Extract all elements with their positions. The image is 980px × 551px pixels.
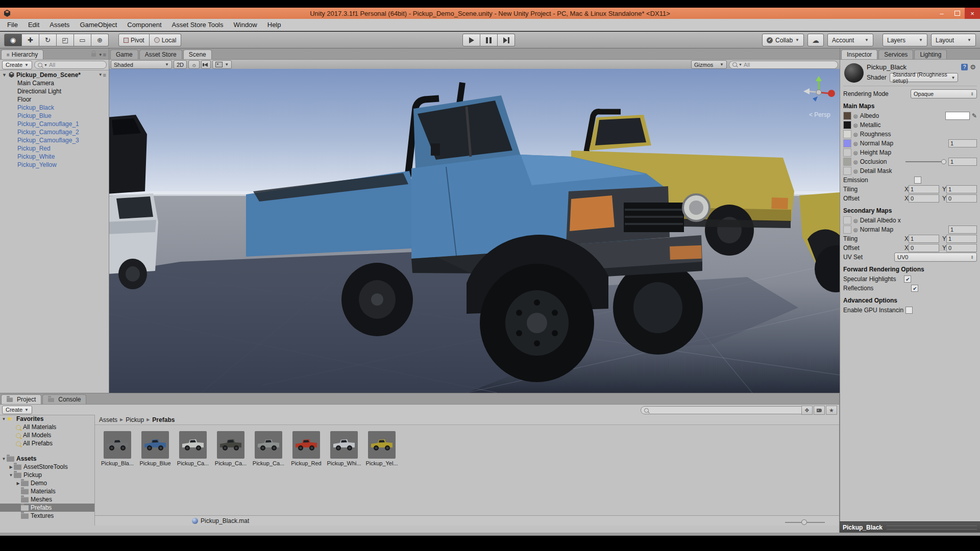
breadcrumb-root[interactable]: Assets [99,416,117,423]
hierarchy-scene-row[interactable]: ▼ Pickup_Demo_Scene* ▼≡ [0,70,109,79]
sec-offset-y-field[interactable]: 0 [946,244,977,252]
tiling-x-field[interactable]: 1 [909,185,939,193]
texture-thumbnail[interactable] [843,226,851,234]
filter-by-label-icon[interactable] [814,406,825,415]
play-button[interactable] [462,34,480,46]
object-picker-icon[interactable]: ◎ [853,122,858,128]
collab-dropdown[interactable]: ✔ Collab ▼ [762,34,804,46]
hierarchy-item[interactable]: Main Camera [0,79,109,87]
move-tool-button[interactable]: ✚ [22,34,39,46]
gizmos-dropdown[interactable]: Gizmos▼ [691,60,727,69]
sec-tiling-x-field[interactable]: 1 [909,235,939,243]
eyedropper-icon[interactable]: ✎ [972,112,977,119]
menu-item[interactable]: Window [229,21,262,29]
hierarchy-item[interactable]: Pickup_White [0,153,109,161]
menu-item[interactable]: File [2,21,23,29]
texture-thumbnail[interactable] [843,121,851,129]
inspector-tab[interactable]: Inspector [841,49,877,59]
layers-dropdown[interactable]: Layers▼ [883,34,927,46]
filter-by-type-icon[interactable]: ❖ [801,406,813,415]
prefab-item[interactable]: Pickup_Ca... [252,431,285,466]
cloud-button[interactable]: ☁ [807,34,824,46]
object-picker-icon[interactable]: ◎ [853,218,858,223]
project-tree-item[interactable]: Textures [0,512,94,520]
breadcrumb-mid[interactable]: Pickup [126,416,144,423]
menu-item[interactable]: Help [262,21,286,29]
menu-item[interactable]: Assets [44,21,75,29]
sec-offset-x-field[interactable]: 0 [909,244,939,252]
map-value-field[interactable]: 1 [948,158,977,166]
tiling-y-field[interactable]: 1 [946,185,977,193]
layout-dropdown[interactable]: Layout▼ [931,34,976,46]
expand-arrow[interactable]: ▼ [1,457,7,461]
map-row[interactable]: ◎ Normal Map ✎ 1 [843,139,977,148]
hierarchy-item[interactable]: Pickup_Camouflage_3 [0,136,109,144]
texture-thumbnail[interactable] [843,139,851,147]
scene-menu-icon[interactable]: ▼≡ [99,72,109,78]
map-row[interactable]: ◎ Normal Map 1 [843,225,977,234]
menu-item[interactable]: Asset Store Tools [167,21,229,29]
draw-mode-dropdown[interactable]: Shaded▼ [111,60,172,69]
scene-search-input[interactable]: ▼ All [729,61,838,69]
object-picker-icon[interactable]: ◎ [853,168,858,174]
scene-viewport[interactable]: < Persp [109,69,840,393]
occlusion-slider[interactable] [905,161,944,162]
project-tree-item[interactable]: All Models [0,431,94,439]
offset-x-field[interactable]: 0 [909,194,939,203]
texture-thumbnail[interactable] [843,112,851,120]
map-row[interactable]: ◎ Metallic ✎ [843,120,977,130]
prefab-item[interactable]: Pickup_Ca... [177,431,209,466]
gear-icon[interactable]: ⚙ [970,63,976,71]
project-tree-item[interactable]: ▼ Assets [0,455,94,463]
material-preview-bar[interactable]: Pickup_Black [840,521,980,533]
expand-arrow[interactable]: ▼ [8,473,14,478]
hierarchy-search-input[interactable]: ▼ All [34,61,107,69]
map-row[interactable]: ◎ Albedo ✎ [843,111,977,120]
uv-set-dropdown[interactable]: UV0⇕ [894,253,977,262]
hierarchy-item[interactable]: Pickup_Camouflage_1 [0,120,109,128]
transform-tool-button[interactable]: ⊕ [91,34,109,46]
panel-menu-icon[interactable]: ▼≡ [99,52,106,58]
prefab-item[interactable]: Pickup_Ca... [214,431,247,466]
thumbnail-size-slider[interactable] [785,522,825,523]
tab-hierarchy[interactable]: ≡ Hierarchy [1,49,43,59]
hierarchy-item[interactable]: Floor [0,95,109,104]
hierarchy-item[interactable]: Pickup_Red [0,144,109,153]
inspector-tab[interactable]: Lighting [914,49,947,59]
project-tab[interactable]: Console [42,394,86,404]
map-row[interactable]: ◎ Detail Mask ✎ [843,166,977,176]
object-picker-icon[interactable]: ◎ [853,141,858,146]
texture-thumbnail[interactable] [843,216,851,224]
gizmo-perspective-label[interactable]: < Persp [809,111,830,118]
specular-highlights-checkbox[interactable]: ✔ [904,276,911,283]
favorites-star-icon[interactable]: ★ [826,406,837,415]
expand-arrow[interactable]: ▶ [8,465,14,469]
prefab-item[interactable]: Pickup_Whi... [328,431,360,466]
project-tree-item[interactable]: ▼ Pickup [0,471,94,479]
prefab-item[interactable]: Pickup_Yel... [365,431,398,466]
object-picker-icon[interactable]: ◎ [853,132,858,137]
hierarchy-item[interactable]: Directional Light [0,87,109,95]
project-create-button[interactable]: Create▼ [2,406,32,414]
audio-toggle[interactable] [201,60,211,69]
menu-item[interactable]: Edit [23,21,44,29]
texture-thumbnail[interactable] [843,167,851,175]
rotate-tool-button[interactable]: ↻ [39,34,57,46]
step-button[interactable] [498,34,515,46]
project-search-input[interactable] [641,406,811,414]
account-dropdown[interactable]: Account▼ [827,34,873,46]
drag-handle[interactable] [887,525,977,530]
inspector-tab[interactable]: Services [878,49,913,59]
map-row[interactable]: ◎ Detail Albedo x [843,216,977,225]
gpu-instancing-checkbox[interactable] [905,307,913,314]
lighting-toggle[interactable]: ☼ [188,60,200,69]
sec-tiling-y-field[interactable]: 1 [946,235,977,243]
object-picker-icon[interactable]: ◎ [853,113,858,119]
hierarchy-create-button[interactable]: Create▼ [2,61,32,69]
lock-icon[interactable] [91,53,96,57]
rendering-mode-dropdown[interactable]: Opaque⇕ [911,89,977,98]
hierarchy-item[interactable]: Pickup_Yellow [0,161,109,169]
reflections-checkbox[interactable]: ✔ [911,285,918,292]
hierarchy-item[interactable]: Pickup_Camouflage_2 [0,128,109,136]
expand-arrow[interactable]: ▼ [1,417,7,421]
